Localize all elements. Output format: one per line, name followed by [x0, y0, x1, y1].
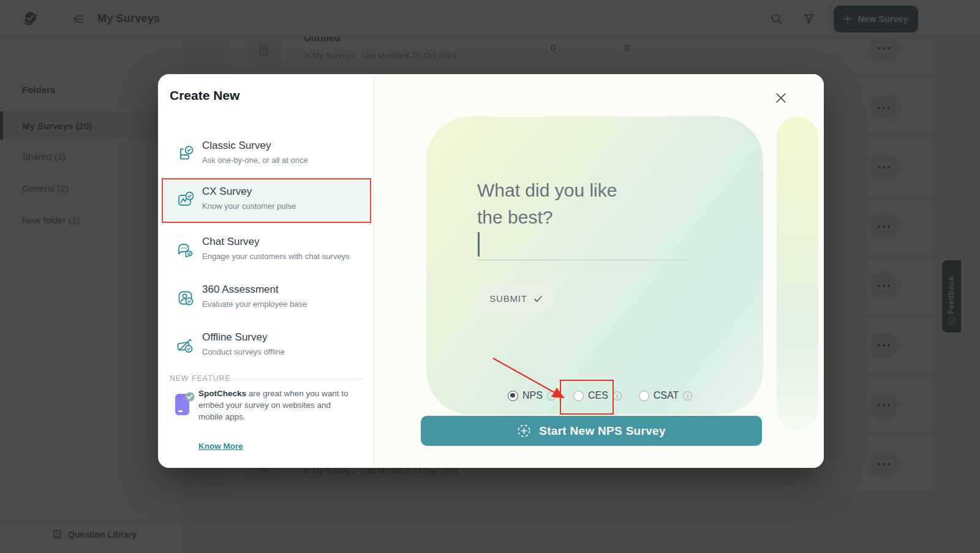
question-line-1: What did you like: [477, 177, 617, 204]
spotchecks-bold: SpotChecks: [198, 389, 246, 398]
option-subtitle: Conduct surveys offline: [202, 347, 285, 356]
new-feature-label: NEW FEATURE: [170, 374, 231, 383]
radio-csat-label: CSAT: [654, 390, 679, 401]
radio-nps[interactable]: NPS i: [508, 390, 556, 401]
classic-survey-icon: [175, 144, 196, 165]
option-subtitle: Know your customer pulse: [202, 201, 296, 211]
csat-info-icon[interactable]: i: [683, 391, 692, 401]
option-subtitle: Ask one-by-one, or all at once: [202, 156, 308, 165]
dashed-plus-icon: [517, 424, 531, 438]
radio-ces-label: CES: [588, 390, 608, 401]
app-root: My Surveys New Survey Folders My Surveys…: [0, 0, 980, 553]
option-title: Chat Survey: [202, 236, 260, 248]
radio-nps-label: NPS: [522, 390, 543, 401]
create-new-modal: Create New Classic Survey Ask one-by-one…: [158, 74, 824, 468]
spotchecks-icon: [173, 390, 196, 419]
radio-ces[interactable]: CES i: [573, 390, 622, 401]
submit-label: SUBMIT: [489, 293, 527, 304]
option-title: Classic Survey: [202, 140, 271, 152]
option-title: CX Survey: [202, 186, 252, 198]
question-line-2: the best?: [477, 204, 617, 231]
option-classic-survey[interactable]: Classic Survey Ask one-by-one, or all at…: [162, 132, 370, 178]
radio-csat[interactable]: CSAT i: [639, 390, 692, 401]
option-subtitle: Evaluate your employee base: [202, 299, 307, 309]
text-input-underline[interactable]: [477, 260, 688, 260]
nps-info-icon[interactable]: i: [547, 391, 556, 401]
radio-csat-control[interactable]: [639, 391, 649, 401]
option-subtitle: Engage your customers with chat surveys: [202, 252, 350, 261]
spotchecks-text: SpotChecks are great when you want to em…: [198, 388, 354, 423]
option-title: Offline Survey: [202, 331, 267, 344]
option-chat-survey[interactable]: Chat Survey Engage your customers with c…: [162, 228, 370, 274]
modal-option-panel: Create New Classic Survey Ask one-by-one…: [158, 74, 374, 468]
check-icon: [533, 295, 543, 303]
offline-survey-icon: [175, 336, 196, 356]
cta-label: Start New NPS Survey: [539, 424, 666, 438]
ces-info-icon[interactable]: i: [612, 391, 622, 401]
cx-survey-icon: [175, 190, 196, 211]
option-offline-survey[interactable]: Offline Survey Conduct surveys offline: [162, 324, 370, 369]
modal-preview-panel: What did you like the best? SUBMIT NPS i: [374, 74, 824, 468]
modal-title: Create New: [170, 88, 239, 103]
text-input-caret: [478, 232, 480, 257]
survey-type-radios: NPS i CES i CSAT i: [508, 390, 692, 401]
start-nps-survey-button[interactable]: Start New NPS Survey: [421, 416, 762, 446]
option-title: 360 Assessment: [202, 284, 279, 296]
preview-submit-button[interactable]: SUBMIT: [477, 285, 555, 312]
option-cx-survey[interactable]: CX Survey Know your customer pulse: [162, 178, 370, 224]
preview-card-next: [777, 116, 818, 430]
preview-card: [426, 116, 763, 415]
new-feature-divider: [227, 378, 362, 379]
close-icon[interactable]: [775, 92, 786, 103]
know-more-link[interactable]: Know More: [198, 442, 243, 451]
preview-question: What did you like the best?: [477, 177, 617, 231]
radio-ces-control[interactable]: [573, 391, 584, 401]
chat-survey-icon: [175, 240, 196, 261]
radio-nps-control[interactable]: [508, 391, 518, 401]
assessment-360-icon: [175, 288, 196, 309]
option-360-assessment[interactable]: 360 Assessment Evaluate your employee ba…: [162, 276, 370, 322]
